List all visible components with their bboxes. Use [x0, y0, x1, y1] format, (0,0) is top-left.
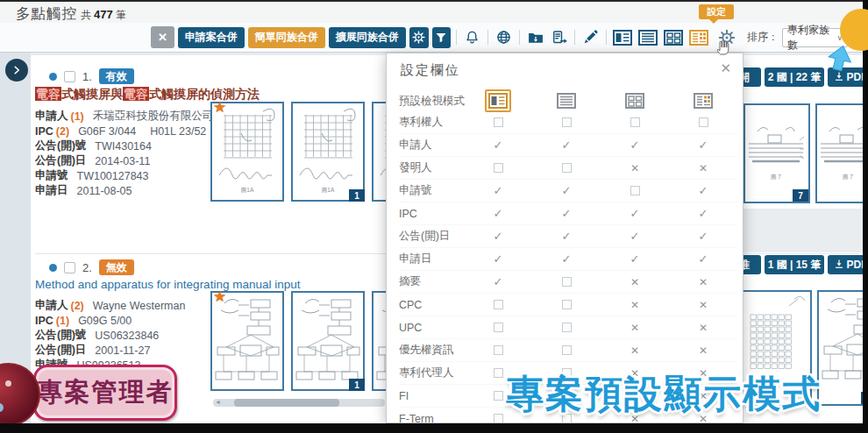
- star-icon[interactable]: ★: [213, 289, 226, 304]
- modal-cell-check[interactable]: ✓: [601, 138, 669, 152]
- check-icon: ✓: [562, 138, 572, 152]
- scrollbar-thumb[interactable]: [234, 399, 339, 407]
- field-value: US06323846: [95, 330, 159, 342]
- modal-cell-check[interactable]: ✓: [669, 138, 737, 152]
- modal-cell-check[interactable]: ✓: [669, 207, 737, 220]
- modal-cell-box[interactable]: [601, 186, 669, 195]
- document-export-icon[interactable]: [549, 27, 569, 48]
- modal-cell-box[interactable]: [464, 117, 532, 127]
- empty-checkbox: [494, 391, 503, 401]
- modal-row-label: UPC: [399, 322, 464, 334]
- folder-export-icon[interactable]: [525, 27, 545, 48]
- filter-button[interactable]: [432, 27, 452, 48]
- result-title-link[interactable]: Method and apparatus for integrating man…: [35, 278, 300, 291]
- patent-thumbnail[interactable]: 1: [817, 290, 868, 406]
- modal-cell-x[interactable]: ✕: [601, 276, 669, 288]
- empty-checkbox: [562, 300, 572, 309]
- star-icon[interactable]: ★: [213, 100, 226, 115]
- modal-cell-check[interactable]: ✓: [601, 230, 669, 243]
- modal-cell-x[interactable]: ✕: [601, 162, 669, 174]
- result-checkbox[interactable]: [64, 71, 75, 82]
- modal-cell-check[interactable]: ✓: [532, 252, 601, 266]
- modal-cell-box[interactable]: [464, 163, 532, 173]
- modal-cell-check[interactable]: ✓: [532, 207, 601, 220]
- patent-thumbnail[interactable]: ★: [210, 291, 284, 391]
- edit-pencil-icon[interactable]: [580, 27, 601, 48]
- modal-cell-x[interactable]: ✕: [601, 322, 669, 334]
- view-grid-icon[interactable]: [622, 89, 648, 112]
- field-value: TWI430164: [95, 140, 152, 153]
- empty-checkbox: [562, 277, 572, 287]
- svg-text:圖1A: 圖1A: [241, 187, 254, 193]
- modal-cell-check[interactable]: ✓: [464, 207, 532, 220]
- modal-cell-check[interactable]: ✓: [464, 138, 532, 152]
- modal-cell-check[interactable]: ✓: [464, 230, 532, 243]
- empty-checkbox: [562, 163, 572, 173]
- check-icon: ✓: [699, 252, 708, 266]
- modal-cell-x[interactable]: ✕: [669, 322, 737, 334]
- modal-cell-box[interactable]: [532, 323, 601, 332]
- group-stats-button[interactable]: 1 國 | 15 筆: [765, 255, 824, 274]
- merge-button[interactable]: 簡單同族合併: [248, 27, 325, 48]
- modal-cell-check[interactable]: ✓: [601, 252, 669, 266]
- modal-view-cell[interactable]: [669, 89, 737, 112]
- modal-cell-check[interactable]: ✓: [532, 138, 601, 152]
- modal-cell-check[interactable]: ✓: [669, 230, 737, 243]
- scroll-left-arrow[interactable]: ◄: [215, 398, 221, 407]
- modal-cell-box[interactable]: [464, 345, 532, 355]
- patent-thumbnail[interactable]: 圖1A1: [291, 102, 365, 202]
- alarm-icon[interactable]: [462, 27, 482, 48]
- merge-button[interactable]: 申請案合併: [178, 27, 245, 48]
- modal-view-cell[interactable]: [464, 89, 532, 112]
- modal-cell-check[interactable]: ✓: [669, 184, 737, 197]
- view-list-icon[interactable]: [553, 89, 580, 112]
- modal-cell-box[interactable]: [464, 323, 532, 332]
- group-stats-button[interactable]: 2 國 | 22 筆: [765, 67, 824, 87]
- patent-thumbnail[interactable]: 圖1A★: [210, 102, 284, 202]
- close-button[interactable]: ✕: [151, 26, 174, 48]
- patent-thumbnail[interactable]: 1: [291, 291, 365, 391]
- modal-cell-check[interactable]: ✓: [464, 252, 532, 266]
- expand-sidebar-button[interactable]: [5, 59, 28, 82]
- horizontal-scrollbar[interactable]: ◄: [213, 399, 385, 407]
- modal-cell-x[interactable]: ✕: [601, 344, 669, 357]
- settings-gear-button[interactable]: [409, 27, 429, 48]
- modal-cell-check[interactable]: ✓: [464, 184, 532, 197]
- modal-view-cell[interactable]: [532, 89, 601, 112]
- modal-cell-check[interactable]: ✓: [532, 184, 601, 197]
- modal-cell-check[interactable]: ✓: [669, 252, 737, 266]
- modal-close-button[interactable]: ✕: [720, 60, 731, 76]
- modal-cell-box[interactable]: [532, 345, 601, 355]
- result-checkbox[interactable]: [64, 262, 75, 273]
- modal-view-cell[interactable]: [601, 89, 669, 112]
- view-card-icon[interactable]: [612, 27, 634, 48]
- view-list-icon[interactable]: [637, 27, 659, 48]
- modal-cell-check[interactable]: ✓: [601, 207, 669, 220]
- modal-cell-check[interactable]: ✓: [464, 275, 532, 288]
- modal-cell-box[interactable]: [464, 300, 532, 309]
- modal-cell-x[interactable]: ✕: [601, 299, 669, 311]
- modal-cell-box[interactable]: [532, 277, 601, 287]
- view-grid-icon[interactable]: [663, 27, 685, 48]
- modal-cell-box[interactable]: [532, 163, 601, 173]
- patent-thumbnail[interactable]: 圖 7: [815, 103, 868, 203]
- count-prefix: 共: [81, 9, 91, 21]
- status-badge: 無效: [99, 259, 134, 275]
- modal-cell-x[interactable]: ✕: [669, 276, 737, 288]
- modal-cell-box[interactable]: [532, 300, 601, 309]
- merge-button[interactable]: 擴展同族合併: [329, 27, 406, 48]
- check-icon: ✓: [562, 184, 572, 197]
- view-card-icon[interactable]: [485, 89, 511, 112]
- modal-cell-x[interactable]: ✕: [669, 344, 737, 357]
- modal-cell-box[interactable]: [601, 117, 669, 127]
- view-table-icon[interactable]: [688, 27, 710, 48]
- view-table-icon[interactable]: [690, 89, 716, 112]
- modal-cell-box[interactable]: [669, 117, 737, 127]
- modal-cell-x[interactable]: ✕: [669, 299, 737, 311]
- modal-cell-check[interactable]: ✓: [532, 230, 601, 243]
- patent-thumbnail[interactable]: 圖 77: [743, 103, 810, 203]
- modal-cell-x[interactable]: ✕: [669, 162, 737, 174]
- globe-icon[interactable]: [494, 27, 514, 48]
- modal-cell-box[interactable]: [532, 117, 601, 127]
- field-row: IPC(1)G09G 5/00: [35, 313, 185, 328]
